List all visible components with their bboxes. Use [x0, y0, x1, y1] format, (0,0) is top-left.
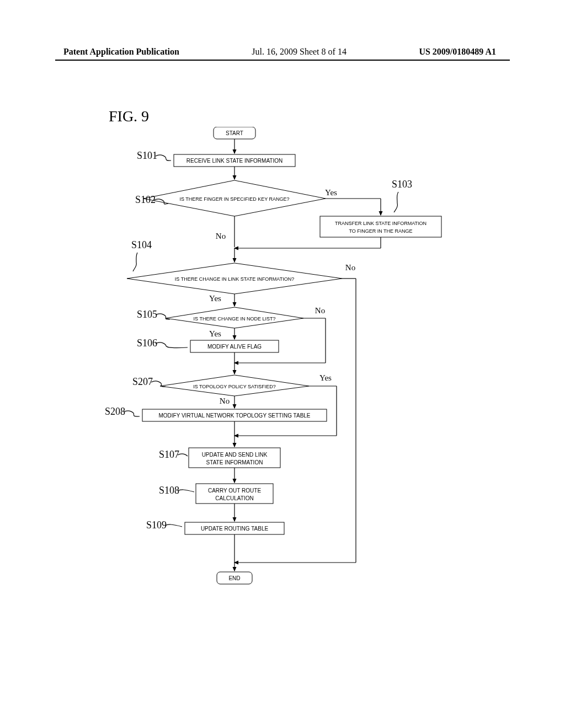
s103-text1: TRANSFER LINK STATE INFORMATION	[335, 221, 427, 226]
s207-yes: Yes	[319, 373, 332, 382]
s108-text1: CARRY OUT ROUTE	[208, 488, 261, 494]
figure-title: FIG. 9	[109, 108, 149, 125]
header-center: Jul. 16, 2009 Sheet 8 of 14	[252, 47, 347, 57]
s102-label: S102	[135, 194, 156, 205]
s101-label: S101	[137, 150, 157, 161]
s208-label: S208	[105, 406, 125, 417]
s207-text: IS TOPOLOGY POLICY SATISFIED?	[193, 384, 276, 389]
s107-label: S107	[159, 449, 179, 460]
s104-yes: Yes	[209, 294, 221, 303]
s207-no: No	[220, 397, 230, 405]
s108-text2: CALCULATION	[215, 495, 253, 501]
s208-text: MODIFY VIRTUAL NETWORK TOPOLOGY SETTING …	[158, 413, 310, 419]
s103-text2: TO FINGER IN THE RANGE	[349, 228, 412, 234]
header-right: US 2009/0180489 A1	[419, 47, 496, 57]
s104-label: S104	[131, 239, 152, 250]
s105-yes: Yes	[209, 329, 221, 338]
flowchart: START RECEIVE LINK STATE INFORMATION S10…	[72, 127, 463, 585]
s106-label: S106	[137, 338, 157, 349]
s107-text2: STATE INFORMATION	[206, 459, 263, 465]
s103-box	[320, 216, 441, 237]
s102-text: IS THERE FINGER IN SPECIFIED KEY RANGE?	[179, 196, 289, 202]
s109-text: UPDATE ROUTING TABLE	[201, 526, 269, 532]
s105-no: No	[315, 306, 325, 315]
s105-text: IS THERE CHANGE IN NODE LIST?	[194, 316, 276, 322]
s207-label: S207	[132, 376, 153, 387]
start-text: START	[226, 130, 243, 136]
s101-text: RECEIVE LINK STATE INFORMATION	[186, 158, 282, 164]
s102-no: No	[216, 232, 226, 240]
s102-yes: Yes	[325, 188, 337, 197]
s104-text: IS THERE CHANGE IN LINK STATE INFORMATIO…	[175, 276, 294, 282]
s108-label: S108	[159, 485, 179, 496]
s109-label: S109	[146, 520, 167, 531]
header-left: Patent Application Publication	[63, 47, 179, 57]
s106-text: MODIFY ALIVE FLAG	[207, 344, 262, 350]
s105-label: S105	[137, 309, 157, 320]
page: Patent Application Publication Jul. 16, …	[0, 0, 565, 728]
end-text: END	[228, 575, 240, 581]
s107-text1: UPDATE AND SEND LINK	[202, 452, 268, 458]
s103-label: S103	[392, 179, 412, 190]
page-header: Patent Application Publication Jul. 16, …	[0, 47, 565, 57]
header-rule	[55, 60, 510, 61]
s104-no: No	[345, 263, 355, 272]
